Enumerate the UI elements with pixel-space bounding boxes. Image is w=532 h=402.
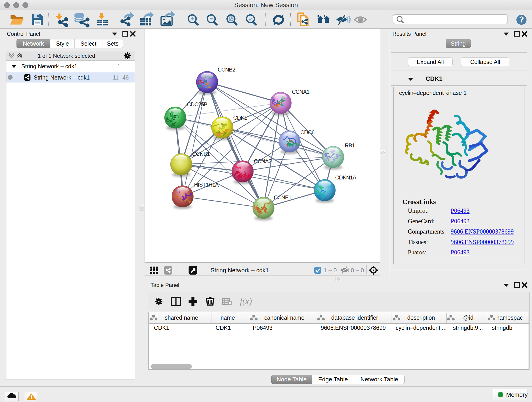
svg-text:CCNA2: CCNA2 xyxy=(254,158,272,164)
svg-text:CCNB1: CCNB1 xyxy=(192,151,210,157)
svg-text:HIST1H1A: HIST1H1A xyxy=(194,182,219,188)
svg-text:0 – 0: 0 – 0 xyxy=(351,267,364,274)
svg-text:String Network – cdk1: String Network – cdk1 xyxy=(210,267,269,274)
svg-text:CDC25B: CDC25B xyxy=(187,101,207,108)
svg-text:description: description xyxy=(407,314,435,321)
svg-text:CCNA1: CCNA1 xyxy=(292,89,310,95)
svg-text:namespac: namespac xyxy=(496,314,523,321)
svg-text:CCNB2: CCNB2 xyxy=(218,66,235,73)
svg-text:CCNE1: CCNE1 xyxy=(274,194,291,201)
svg-text:1 – 0: 1 – 0 xyxy=(323,267,337,274)
svg-text:CDC6: CDC6 xyxy=(300,129,315,135)
svg-text:shared name: shared name xyxy=(165,314,198,321)
svg-text:@id: @id xyxy=(463,314,474,321)
svg-text:1 of 1 Network selected: 1 of 1 Network selected xyxy=(38,53,95,59)
svg-text:f(x): f(x) xyxy=(240,296,252,306)
svg-text:name: name xyxy=(221,314,235,321)
svg-text:CDKN1A: CDKN1A xyxy=(335,174,356,181)
svg-text:?: ? xyxy=(519,15,524,24)
svg-text:CDK1: CDK1 xyxy=(233,115,247,121)
svg-text:canonical name: canonical name xyxy=(264,314,304,321)
svg-text:RB1: RB1 xyxy=(345,142,355,148)
svg-text:database identifier: database identifier xyxy=(331,314,378,321)
